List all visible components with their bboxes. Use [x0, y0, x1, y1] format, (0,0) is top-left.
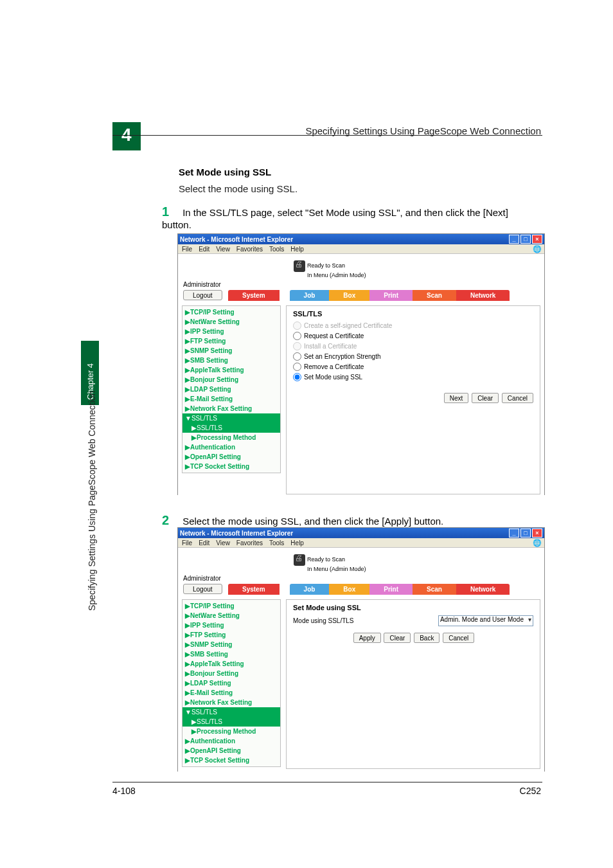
sidebar2-item-networkfax[interactable]: ▶Network Fax Setting — [182, 698, 280, 707]
menu-favorites[interactable]: Favorites — [236, 246, 263, 253]
sidebar2-item-bonjour[interactable]: ▶Bonjour Setting — [182, 669, 280, 678]
sidebar2-item-smb[interactable]: ▶SMB Setting — [182, 649, 280, 659]
sidebar-item-appletalk[interactable]: ▶AppleTalk Setting — [182, 365, 280, 375]
logout-button[interactable]: Logout — [183, 290, 222, 300]
panel1-title: SSL/TLS — [293, 310, 533, 318]
sidebar2-item-ipp[interactable]: ▶IPP Setting — [182, 620, 280, 630]
apply-button[interactable]: Apply — [353, 633, 381, 643]
menu-edit-2[interactable]: Edit — [199, 539, 209, 547]
sidebar-item-ssl-child[interactable]: ▶SSL/TLS — [182, 423, 280, 433]
radio-request-cert[interactable] — [293, 332, 301, 340]
tab-system[interactable]: System — [228, 290, 280, 301]
tab-network-2[interactable]: Network — [456, 584, 510, 595]
sidebar-2: ▶TCP/IP Setting ▶NetWare Setting ▶IPP Se… — [182, 599, 281, 767]
tab-scan[interactable]: Scan — [413, 290, 456, 301]
sidebar2-item-ssl-child[interactable]: ▶SSL/TLS — [182, 717, 280, 727]
minimize-icon-2[interactable]: _ — [509, 529, 519, 538]
sidebar2-item-openapi[interactable]: ▶OpenAPI Setting — [182, 746, 280, 755]
ie-logo-icon: 🌐 — [533, 245, 542, 253]
step-2: 2 Select the mode using SSL, and then cl… — [162, 513, 522, 528]
sidebar2-item-netware[interactable]: ▶NetWare Setting — [182, 611, 280, 620]
status-line-2b: In Menu (Admin Mode) — [307, 566, 366, 572]
main-panel-mode: Set Mode using SSL Mode using SSL/TLS Ad… — [286, 599, 540, 769]
sidebar2-item-authentication[interactable]: ▶Authentication — [182, 736, 280, 746]
opt-remove-cert[interactable]: Remove a Certificate — [293, 363, 533, 371]
sidebar2-item-tcpsocket[interactable]: ▶TCP Socket Setting — [182, 755, 280, 765]
menu-file-2[interactable]: File — [182, 539, 192, 547]
menubar: File Edit View Favorites Tools Help 🌐 — [178, 244, 544, 254]
step-1-number: 1 — [162, 204, 180, 219]
close-icon[interactable]: × — [532, 235, 542, 244]
tab-box[interactable]: Box — [329, 290, 369, 301]
tab-network[interactable]: Network — [456, 290, 510, 301]
maximize-icon[interactable]: □ — [520, 235, 531, 244]
sidebar2-item-processing-method[interactable]: ▶Processing Method — [182, 727, 280, 736]
sidebar-item-smb[interactable]: ▶SMB Setting — [182, 356, 280, 365]
menu-help-2[interactable]: Help — [290, 539, 304, 547]
mode-select[interactable]: Admin. Mode and User Mode — [438, 615, 533, 626]
sidebar-item-tcpsocket[interactable]: ▶TCP Socket Setting — [182, 462, 280, 471]
sidebar-item-bonjour[interactable]: ▶Bonjour Setting — [182, 375, 280, 384]
sidebar-item-processing-method[interactable]: ▶Processing Method — [182, 433, 280, 442]
page-header-title: Specifying Settings Using PageScope Web … — [305, 125, 541, 136]
sidebar-item-netware[interactable]: ▶NetWare Setting — [182, 317, 280, 327]
cancel-button[interactable]: Cancel — [502, 393, 533, 403]
tab-scan-2[interactable]: Scan — [413, 584, 456, 595]
minimize-icon[interactable]: _ — [509, 235, 519, 244]
menu-tools[interactable]: Tools — [269, 246, 284, 253]
opt-request-cert[interactable]: Request a Certificate — [293, 332, 533, 340]
sidebar2-item-appletalk[interactable]: ▶AppleTalk Setting — [182, 659, 280, 669]
back-button[interactable]: Back — [414, 633, 440, 643]
clear-button[interactable]: Clear — [472, 393, 499, 403]
clear-button-2[interactable]: Clear — [384, 633, 411, 643]
sidebar2-item-ftp[interactable]: ▶FTP Setting — [182, 630, 280, 640]
sidebar-item-email[interactable]: ▶E-Mail Setting — [182, 394, 280, 404]
radio-remove-cert[interactable] — [293, 363, 301, 371]
sidebar-item-snmp[interactable]: ▶SNMP Setting — [182, 346, 280, 356]
opt-enc-strength[interactable]: Set an Encryption Strength — [293, 352, 533, 361]
vertical-side-title: Specifying Settings Using PageScope Web … — [87, 391, 97, 611]
menubar-2: File Edit View Favorites Tools Help 🌐 — [178, 538, 544, 548]
sidebar-item-authentication[interactable]: ▶Authentication — [182, 442, 280, 452]
close-icon-2[interactable]: × — [532, 529, 542, 538]
menu-view[interactable]: View — [216, 246, 230, 253]
status-line-1: Ready to Scan — [307, 262, 345, 269]
sidebar-item-networkfax[interactable]: ▶Network Fax Setting — [182, 404, 280, 413]
cancel-button-2[interactable]: Cancel — [443, 633, 474, 643]
tab-print[interactable]: Print — [369, 290, 413, 301]
menu-favorites-2[interactable]: Favorites — [236, 539, 263, 547]
tab-job[interactable]: Job — [290, 290, 330, 301]
sidebar-item-ftp[interactable]: ▶FTP Setting — [182, 336, 280, 346]
sidebar-item-ipp[interactable]: ▶IPP Setting — [182, 327, 280, 336]
sidebar2-item-ssl-parent[interactable]: ▼SSL/TLS — [182, 707, 280, 717]
tab-system-2[interactable]: System — [228, 584, 280, 595]
sidebar2-item-email[interactable]: ▶E-Mail Setting — [182, 688, 280, 698]
radio-enc-strength[interactable] — [293, 352, 301, 361]
menu-tools-2[interactable]: Tools — [269, 539, 284, 547]
sidebar2-item-tcpip[interactable]: ▶TCP/IP Setting — [182, 601, 280, 611]
logout-button-2[interactable]: Logout — [183, 584, 222, 594]
window-title-2: Network - Microsoft Internet Explorer — [180, 530, 293, 537]
sidebar-item-openapi[interactable]: ▶OpenAPI Setting — [182, 452, 280, 462]
sidebar-item-tcpip[interactable]: ▶TCP/IP Setting — [182, 307, 280, 317]
sidebar2-item-ldap[interactable]: ▶LDAP Setting — [182, 678, 280, 688]
ie-window-2: Network - Microsoft Internet Explorer _ … — [177, 527, 545, 772]
window-controls-2: _ □ × — [509, 529, 542, 538]
maximize-icon-2[interactable]: □ — [520, 529, 531, 538]
tab-job-2[interactable]: Job — [290, 584, 330, 595]
sidebar-item-ldap[interactable]: ▶LDAP Setting — [182, 384, 280, 394]
opt-set-mode[interactable]: Set Mode using SSL — [293, 373, 533, 381]
menu-file[interactable]: File — [182, 246, 192, 253]
radio-set-mode[interactable] — [293, 373, 301, 381]
step-1: 1 In the SSL/TLS page, select "Set Mode … — [162, 204, 522, 230]
tab-print-2[interactable]: Print — [369, 584, 413, 595]
menu-help[interactable]: Help — [290, 246, 304, 253]
next-button[interactable]: Next — [444, 393, 469, 403]
menu-view-2[interactable]: View — [216, 539, 230, 547]
sidebar2-item-snmp[interactable]: ▶SNMP Setting — [182, 640, 280, 649]
menu-edit[interactable]: Edit — [199, 246, 209, 253]
opt-self-signed-label: Create a self-signed Certificate — [304, 322, 392, 329]
tab-box-2[interactable]: Box — [329, 584, 369, 595]
opt-self-signed: Create a self-signed Certificate — [293, 321, 533, 330]
sidebar-item-ssl-parent[interactable]: ▼SSL/TLS — [182, 413, 280, 423]
